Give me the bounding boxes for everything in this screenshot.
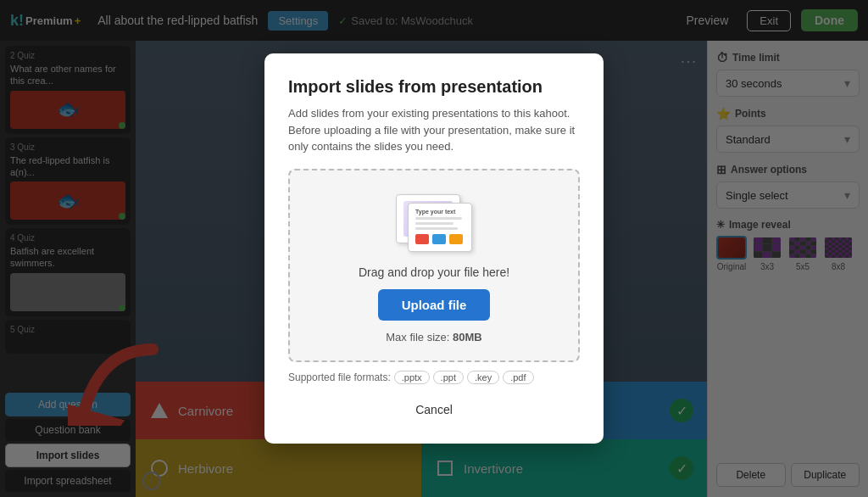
max-file-size: Max file size: 80MB — [386, 331, 481, 343]
format-pptx: .pptx — [394, 371, 430, 384]
max-size-prefix: Max file size: — [386, 331, 453, 343]
upload-file-button[interactable]: Upload file — [378, 289, 491, 321]
supported-formats: Supported file formats: .pptx .ppt .key … — [288, 371, 580, 384]
modal-overlay: Import slides from presentation Add slid… — [0, 0, 868, 497]
supported-label: Supported file formats: — [288, 371, 391, 383]
import-slides-modal: Import slides from presentation Add slid… — [264, 53, 604, 444]
format-key: .key — [467, 371, 499, 384]
modal-description: Add slides from your existing presentati… — [288, 105, 580, 155]
drop-zone-text: Drag and drop your file here! — [359, 265, 509, 279]
max-size-value: 80MB — [453, 331, 482, 343]
format-ppt: .ppt — [433, 371, 464, 384]
upload-illustration: Type your text — [396, 194, 472, 252]
format-pdf: .pdf — [503, 371, 533, 384]
cancel-button[interactable]: Cancel — [288, 396, 580, 423]
upload-drop-zone[interactable]: Type your text Drag and drop your file h… — [288, 169, 580, 362]
modal-title: Import slides from presentation — [288, 77, 580, 97]
